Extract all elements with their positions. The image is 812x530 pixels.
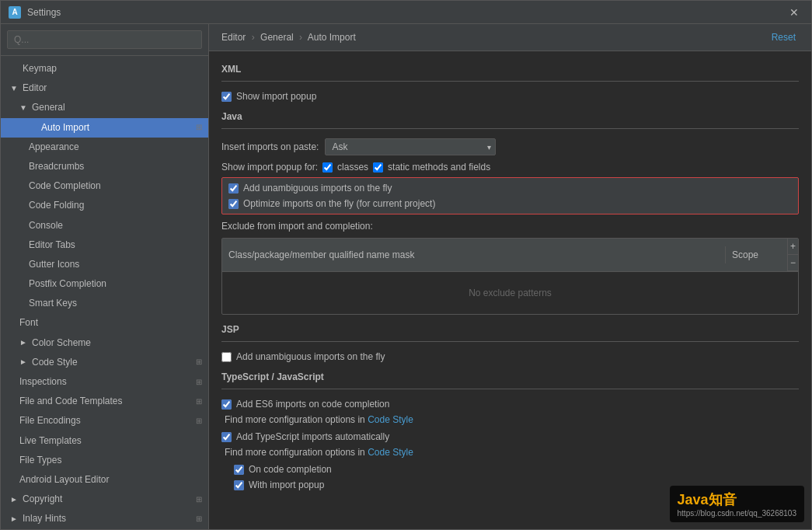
sidebar-item-label: Live Templates [19, 434, 82, 448]
table-add-button[interactable]: + [788, 239, 798, 255]
static-methods-label: static methods and fields [388, 162, 490, 173]
sidebar-item-label: Appearance [29, 140, 79, 155]
main-content: Keymap ▼ Editor ▼ General [1, 24, 811, 529]
table-col2: Scope [725, 246, 787, 263]
add-es6-checkbox[interactable] [221, 399, 232, 410]
sidebar-item-android-layout-editor[interactable]: Android Layout Editor [1, 470, 208, 490]
sidebar-item-breadcrumbs[interactable]: Breadcrumbs [1, 157, 208, 176]
sidebar-item-smart-keys[interactable]: Smart Keys [1, 294, 208, 313]
title-bar: A Settings ✕ [1, 1, 811, 24]
code-style-link-2[interactable]: Code Style [368, 447, 413, 458]
arrow-icon: ▼ [19, 102, 29, 114]
watermark-brand: Java知音 [678, 490, 796, 509]
classes-checkbox[interactable] [322, 162, 333, 173]
close-button[interactable]: ✕ [785, 5, 803, 20]
xml-show-import-checkbox[interactable] [221, 92, 232, 102]
settings-icon: ⊞ [196, 493, 202, 506]
breadcrumb-part1: Editor [221, 32, 246, 43]
on-code-completion-row: On code completion [221, 464, 799, 475]
with-import-popup-checkbox[interactable] [234, 480, 244, 490]
arrow-icon: ► [10, 513, 19, 525]
sidebar-item-label: Editor [23, 81, 47, 96]
add-typescript-checkbox[interactable] [221, 432, 232, 442]
search-box [1, 24, 208, 56]
exclude-label-row: Exclude from import and completion: [221, 221, 799, 232]
sidebar-item-code-style[interactable]: ► Code Style ⊞ [1, 353, 208, 372]
static-methods-checkbox[interactable] [373, 162, 383, 173]
sidebar-item-label: File Encodings [19, 413, 81, 428]
jsp-section-header: JSP [221, 324, 799, 335]
sidebar-item-label: Auto Import [41, 120, 89, 135]
settings-icon: ⊞ [196, 415, 202, 427]
add-unambiguous-java-label: Add unambiguous imports on the fly [243, 183, 392, 194]
arrow-icon: ► [10, 493, 19, 506]
sidebar-item-label: Inspections [19, 375, 67, 389]
table-remove-button[interactable]: − [788, 255, 798, 271]
xml-show-import-label: Show import popup [236, 91, 316, 102]
insert-imports-select-wrapper: Ask Always Never [325, 138, 496, 155]
sidebar-item-general[interactable]: ▼ General [1, 98, 208, 117]
on-code-completion-checkbox[interactable] [234, 465, 244, 475]
find-more-2-row: Find more configuration options in Code … [221, 447, 799, 458]
sidebar-item-file-types[interactable]: File Types [1, 451, 208, 470]
add-es6-row: Add ES6 imports on code completion [221, 399, 799, 410]
highlighted-options-box: Add unambiguous imports on the fly Optim… [221, 177, 799, 214]
jsp-add-unambiguous-row: Add unambiguous imports on the fly [221, 351, 799, 362]
sidebar-item-label: Code Style [32, 355, 78, 370]
ts-js-section-header: TypeScript / JavaScript [221, 371, 799, 382]
panel-body: XML Show import popup Java Insert import… [209, 51, 811, 529]
sidebar-item-label: File Types [19, 453, 61, 468]
sidebar-item-console[interactable]: Console [1, 216, 208, 235]
insert-imports-label: Insert imports on paste: [221, 141, 319, 152]
sidebar-item-code-folding[interactable]: Code Folding [1, 196, 208, 215]
settings-icon: ⊞ [196, 356, 202, 368]
show-import-popup-label: Show import popup for: [221, 162, 318, 173]
sidebar-tree: Keymap ▼ Editor ▼ General [1, 56, 208, 529]
sidebar-item-code-completion[interactable]: Code Completion [1, 176, 208, 196]
settings-window: A Settings ✕ Keymap ▼ [0, 0, 812, 530]
optimize-imports-checkbox[interactable] [228, 199, 239, 209]
sidebar-item-appearance[interactable]: Appearance [1, 138, 208, 157]
sidebar-item-inspections[interactable]: Inspections ⊞ [1, 372, 208, 392]
sidebar-item-copyright[interactable]: ► Copyright ⊞ [1, 490, 208, 509]
sidebar-item-label: Console [29, 218, 63, 233]
jsp-divider [221, 341, 799, 342]
sidebar-item-editor-tabs[interactable]: Editor Tabs [1, 235, 208, 255]
find-more-1-row: Find more configuration options in Code … [221, 414, 799, 425]
find-more-1-prefix: Find more configuration options in [225, 414, 365, 425]
sidebar-item-font[interactable]: Font [1, 313, 208, 333]
sidebar-item-color-scheme[interactable]: ► Color Scheme [1, 333, 208, 353]
sidebar-item-file-encodings[interactable]: File Encodings ⊞ [1, 411, 208, 431]
sidebar-item-live-templates[interactable]: Live Templates [1, 431, 208, 451]
panel-header: Editor › General › Auto Import Reset [209, 24, 811, 51]
sidebar-item-label: Gutter Icons [29, 257, 79, 272]
sidebar-item-postfix-completion[interactable]: Postfix Completion [1, 274, 208, 294]
right-panel: Editor › General › Auto Import Reset XML… [209, 24, 811, 529]
settings-icon: ⊞ [196, 396, 202, 408]
sidebar-item-label: Android Layout Editor [19, 472, 109, 487]
reset-button[interactable]: Reset [768, 30, 799, 44]
sidebar-item-file-code-templates[interactable]: File and Code Templates ⊞ [1, 392, 208, 411]
app-icon: A [9, 6, 21, 19]
insert-imports-row: Insert imports on paste: Ask Always Neve… [221, 138, 799, 155]
search-input[interactable] [7, 30, 202, 49]
sidebar-item-inlay-hints[interactable]: ► Inlay Hints ⊞ [1, 509, 208, 528]
insert-imports-select[interactable]: Ask Always Never [325, 138, 496, 155]
exclude-table: Class/package/member qualified name mask… [221, 238, 799, 315]
add-unambiguous-java-checkbox[interactable] [228, 183, 239, 194]
add-typescript-label: Add TypeScript imports automatically [236, 431, 389, 442]
sidebar-item-label: Breadcrumbs [29, 159, 84, 174]
classes-label: classes [337, 162, 368, 173]
xml-divider [221, 81, 799, 82]
jsp-add-unambiguous-label: Add unambiguous imports on the fly [236, 351, 385, 362]
sidebar-item-label: Code Completion [29, 179, 101, 194]
optimize-imports-label: Optimize imports on the fly (for current… [243, 198, 435, 209]
find-more-2-prefix: Find more configuration options in [225, 447, 365, 458]
jsp-add-unambiguous-checkbox[interactable] [221, 352, 232, 362]
sidebar-item-gutter-icons[interactable]: Gutter Icons [1, 255, 208, 274]
arrow-icon: ► [19, 336, 29, 349]
sidebar-item-keymap[interactable]: Keymap [1, 59, 208, 78]
sidebar-item-editor[interactable]: ▼ Editor [1, 78, 208, 98]
sidebar-item-auto-import[interactable]: Auto Import ⊞ [1, 118, 208, 138]
code-style-link-1[interactable]: Code Style [368, 414, 413, 425]
